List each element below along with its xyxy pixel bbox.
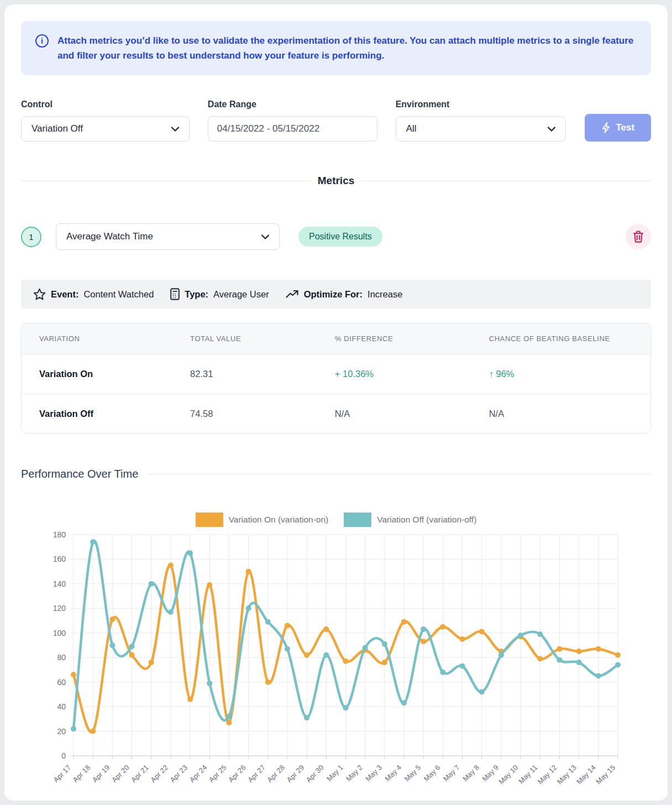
chart-legend: Variation On (variation-on) Variation Of… [21, 513, 651, 527]
data-point [440, 670, 445, 675]
chart-grid: 020406080100120140160180Apr 17Apr 18Apr … [51, 530, 618, 786]
data-point [498, 652, 504, 658]
data-point [187, 697, 193, 702]
x-axis-tick-label: May 2 [344, 764, 364, 783]
data-point [168, 563, 174, 568]
data-point [323, 626, 329, 632]
data-point [363, 645, 368, 650]
test-button-label: Test [616, 122, 634, 133]
x-axis-tick-label: Apr 29 [285, 764, 306, 785]
data-point [440, 624, 445, 630]
x-axis-tick-label: May 12 [536, 764, 559, 786]
optimize-detail: Optimize For: Increase [286, 289, 403, 300]
difference-value: N/A [317, 409, 471, 419]
table-row: Variation On 82.31 + 10.36% ↑ 96% [22, 354, 650, 394]
y-axis-tick-label: 0 [61, 751, 66, 760]
x-axis-tick-label: Apr 25 [207, 764, 228, 785]
metric-details-bar: Event: Content Watched Type: Average Use… [21, 280, 651, 309]
performance-chart: 020406080100120140160180Apr 17Apr 18Apr … [21, 530, 651, 801]
optimize-for-value: Increase [368, 289, 402, 300]
column-header-chance: CHANCE OF BEATING BASELINE [471, 334, 650, 343]
data-point [382, 660, 387, 665]
column-header-total-value: TOTAL VALUE [172, 334, 317, 343]
legend-item-variation-on[interactable]: Variation On (variation-on) [196, 513, 329, 527]
control-select-value: Variation Off [32, 123, 83, 134]
data-point [343, 658, 349, 664]
data-point [460, 636, 465, 642]
legend-swatch-variation-off [344, 513, 371, 527]
variation-name: Variation On [22, 369, 172, 379]
chevron-down-icon [261, 234, 269, 239]
chevron-down-icon [548, 127, 555, 132]
data-point [109, 616, 115, 622]
test-button[interactable]: Test [585, 114, 651, 142]
x-axis-tick-label: Apr 18 [71, 764, 92, 785]
x-axis-tick-label: Apr 28 [265, 764, 286, 785]
legend-item-variation-off[interactable]: Variation Off (variation-off) [344, 513, 476, 527]
metrics-section-title: Metrics [318, 175, 355, 187]
legend-label-variation-off: Variation Off (variation-off) [377, 515, 476, 525]
metric-select[interactable]: Average Watch Time [56, 223, 280, 250]
data-point [265, 679, 271, 685]
x-axis-tick-label: Apr 27 [246, 764, 267, 785]
environment-select-value: All [406, 123, 417, 134]
data-point [401, 619, 407, 625]
data-point [479, 689, 485, 694]
data-point [304, 652, 309, 658]
x-axis-tick-label: May 1 [325, 764, 345, 783]
type-value: Average User [213, 289, 269, 300]
data-point [129, 652, 135, 658]
data-point [460, 663, 465, 669]
trending-up-icon [286, 290, 299, 299]
data-point [615, 662, 621, 668]
x-axis-tick-label: May 13 [555, 764, 578, 786]
results-table: VARIATION TOTAL VALUE % DIFFERENCE CHANC… [21, 323, 651, 433]
data-point [90, 729, 96, 734]
trash-icon [632, 230, 644, 243]
data-point [90, 539, 96, 545]
data-point [479, 629, 485, 635]
x-axis-tick-label: May 14 [575, 764, 597, 786]
data-point [518, 632, 523, 638]
x-axis-tick-label: Apr 30 [305, 764, 326, 785]
legend-swatch-variation-on [196, 513, 223, 527]
x-axis-tick-label: May 7 [442, 764, 461, 783]
x-axis-tick-label: Apr 17 [51, 764, 72, 785]
data-point [556, 646, 562, 652]
type-detail: Type: Average User [170, 288, 269, 300]
data-point [323, 652, 329, 658]
data-point [596, 673, 601, 679]
data-point [149, 660, 154, 665]
x-axis-tick-label: Apr 23 [168, 764, 189, 785]
data-point [343, 705, 349, 710]
data-point [109, 642, 115, 648]
column-header-variation: VARIATION [22, 334, 172, 343]
data-point [129, 644, 135, 649]
x-axis-tick-label: May 3 [364, 764, 384, 783]
control-select[interactable]: Variation Off [21, 116, 190, 142]
y-axis-tick-label: 100 [53, 629, 66, 637]
chance-value: N/A [471, 409, 650, 419]
table-header-row: VARIATION TOTAL VALUE % DIFFERENCE CHANC… [22, 323, 650, 354]
event-label: Event: [51, 289, 78, 300]
x-axis-tick-label: Apr 20 [110, 764, 131, 785]
date-range-input[interactable] [208, 116, 377, 142]
data-point [187, 550, 193, 556]
table-row: Variation Off 74.58 N/A N/A [22, 394, 650, 433]
data-point [207, 582, 212, 588]
y-axis-tick-label: 80 [57, 653, 66, 662]
result-status-badge: Positive Results [298, 227, 382, 247]
environment-select[interactable]: All [396, 116, 566, 142]
metric-row: 1 Average Watch Time Positive Results [21, 223, 651, 250]
data-point [149, 581, 154, 587]
x-axis-tick-label: May 15 [594, 764, 617, 786]
x-axis-tick-label: May 10 [497, 764, 519, 786]
y-axis-tick-label: 60 [57, 678, 66, 687]
lightning-bolt-icon [601, 122, 611, 133]
feature-metrics-panel: i Attach metrics you’d like to use to va… [4, 4, 668, 801]
control-label: Control [21, 100, 190, 109]
total-value: 74.58 [172, 409, 317, 419]
data-point [576, 649, 582, 654]
variation-name: Variation Off [22, 409, 172, 419]
delete-metric-button[interactable] [626, 224, 651, 249]
